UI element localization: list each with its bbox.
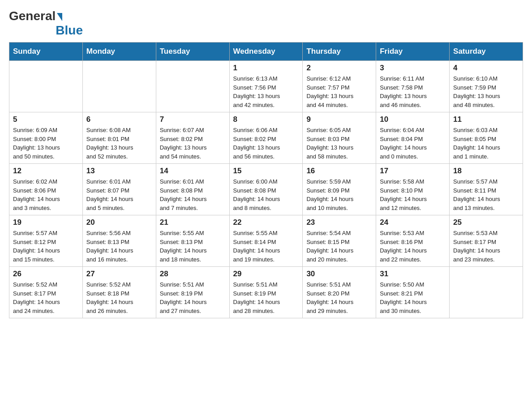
day-of-week-header: Saturday <box>450 43 523 61</box>
calendar-cell <box>9 61 83 112</box>
calendar-table: SundayMondayTuesdayWednesdayThursdayFrid… <box>9 42 523 318</box>
calendar-cell: 25Sunrise: 5:53 AM Sunset: 8:17 PM Dayli… <box>450 215 523 267</box>
calendar-cell: 16Sunrise: 5:59 AM Sunset: 8:09 PM Dayli… <box>303 164 376 215</box>
day-number: 13 <box>86 167 152 176</box>
day-info: Sunrise: 5:53 AM Sunset: 8:16 PM Dayligh… <box>380 229 446 264</box>
day-info: Sunrise: 6:00 AM Sunset: 8:08 PM Dayligh… <box>233 177 299 212</box>
day-number: 23 <box>306 218 372 227</box>
page-header: General General Blue <box>9 9 523 38</box>
calendar-cell: 20Sunrise: 5:56 AM Sunset: 8:13 PM Dayli… <box>82 215 156 267</box>
day-number: 31 <box>380 270 446 278</box>
day-info: Sunrise: 5:55 AM Sunset: 8:14 PM Dayligh… <box>233 229 299 264</box>
calendar-cell: 26Sunrise: 5:52 AM Sunset: 8:17 PM Dayli… <box>9 267 83 318</box>
calendar-cell: 10Sunrise: 6:04 AM Sunset: 8:04 PM Dayli… <box>376 112 450 164</box>
day-number: 24 <box>380 218 446 227</box>
day-of-week-header: Thursday <box>303 43 376 61</box>
calendar-cell: 1Sunrise: 6:13 AM Sunset: 7:56 PM Daylig… <box>229 61 303 112</box>
calendar-cell: 5Sunrise: 6:09 AM Sunset: 8:00 PM Daylig… <box>9 112 83 164</box>
day-number: 4 <box>453 64 519 73</box>
logo: General General Blue <box>9 9 83 38</box>
day-info: Sunrise: 5:51 AM Sunset: 8:19 PM Dayligh… <box>160 280 226 315</box>
day-info: Sunrise: 5:51 AM Sunset: 8:20 PM Dayligh… <box>306 280 372 315</box>
calendar-cell: 14Sunrise: 6:01 AM Sunset: 8:08 PM Dayli… <box>156 164 229 215</box>
day-of-week-header: Wednesday <box>229 43 303 61</box>
calendar-cell: 19Sunrise: 5:57 AM Sunset: 8:12 PM Dayli… <box>9 215 83 267</box>
calendar-cell: 8Sunrise: 6:06 AM Sunset: 8:02 PM Daylig… <box>229 112 303 164</box>
day-number: 6 <box>86 115 152 124</box>
calendar-cell: 9Sunrise: 6:05 AM Sunset: 8:03 PM Daylig… <box>303 112 376 164</box>
day-info: Sunrise: 5:52 AM Sunset: 8:18 PM Dayligh… <box>86 280 152 315</box>
day-info: Sunrise: 6:01 AM Sunset: 8:08 PM Dayligh… <box>160 177 226 212</box>
calendar-cell: 3Sunrise: 6:11 AM Sunset: 7:58 PM Daylig… <box>376 61 450 112</box>
logo-arrow-icon <box>57 13 62 21</box>
day-info: Sunrise: 6:11 AM Sunset: 7:58 PM Dayligh… <box>380 74 446 109</box>
day-number: 21 <box>160 218 226 227</box>
day-number: 25 <box>453 218 519 227</box>
day-info: Sunrise: 5:58 AM Sunset: 8:10 PM Dayligh… <box>380 177 446 212</box>
calendar-week-row: 19Sunrise: 5:57 AM Sunset: 8:12 PM Dayli… <box>9 215 523 267</box>
day-info: Sunrise: 6:02 AM Sunset: 8:06 PM Dayligh… <box>13 177 79 212</box>
day-info: Sunrise: 6:03 AM Sunset: 8:05 PM Dayligh… <box>453 126 519 161</box>
day-number: 18 <box>453 167 519 176</box>
day-number: 1 <box>233 64 299 73</box>
day-number: 15 <box>233 167 299 176</box>
day-info: Sunrise: 6:06 AM Sunset: 8:02 PM Dayligh… <box>233 126 299 161</box>
day-info: Sunrise: 5:53 AM Sunset: 8:17 PM Dayligh… <box>453 229 519 264</box>
calendar-cell: 11Sunrise: 6:03 AM Sunset: 8:05 PM Dayli… <box>450 112 523 164</box>
calendar-week-row: 26Sunrise: 5:52 AM Sunset: 8:17 PM Dayli… <box>9 267 523 318</box>
calendar-cell: 2Sunrise: 6:12 AM Sunset: 7:57 PM Daylig… <box>303 61 376 112</box>
day-info: Sunrise: 6:08 AM Sunset: 8:01 PM Dayligh… <box>86 126 152 161</box>
calendar-cell: 24Sunrise: 5:53 AM Sunset: 8:16 PM Dayli… <box>376 215 450 267</box>
calendar-cell: 13Sunrise: 6:01 AM Sunset: 8:07 PM Dayli… <box>82 164 156 215</box>
day-info: Sunrise: 6:12 AM Sunset: 7:57 PM Dayligh… <box>306 74 372 109</box>
day-info: Sunrise: 5:59 AM Sunset: 8:09 PM Dayligh… <box>306 177 372 212</box>
day-number: 17 <box>380 167 446 176</box>
calendar-header-row: SundayMondayTuesdayWednesdayThursdayFrid… <box>9 43 523 61</box>
day-info: Sunrise: 6:04 AM Sunset: 8:04 PM Dayligh… <box>380 126 446 161</box>
day-info: Sunrise: 6:13 AM Sunset: 7:56 PM Dayligh… <box>233 74 299 109</box>
day-number: 22 <box>233 218 299 227</box>
day-number: 16 <box>306 167 372 176</box>
day-number: 9 <box>306 115 372 124</box>
calendar-cell <box>156 61 229 112</box>
calendar-cell <box>82 61 156 112</box>
day-number: 8 <box>233 115 299 124</box>
day-number: 28 <box>160 270 226 278</box>
day-number: 11 <box>453 115 519 124</box>
calendar-cell: 6Sunrise: 6:08 AM Sunset: 8:01 PM Daylig… <box>82 112 156 164</box>
calendar-cell: 29Sunrise: 5:51 AM Sunset: 8:19 PM Dayli… <box>229 267 303 318</box>
logo-general-text: General <box>9 9 56 23</box>
day-number: 7 <box>160 115 226 124</box>
day-number: 20 <box>86 218 152 227</box>
day-number: 29 <box>233 270 299 278</box>
day-of-week-header: Friday <box>376 43 450 61</box>
day-number: 3 <box>380 64 446 73</box>
day-of-week-header: Tuesday <box>156 43 229 61</box>
calendar-cell: 7Sunrise: 6:07 AM Sunset: 8:02 PM Daylig… <box>156 112 229 164</box>
day-number: 10 <box>380 115 446 124</box>
day-info: Sunrise: 6:05 AM Sunset: 8:03 PM Dayligh… <box>306 126 372 161</box>
calendar-cell: 27Sunrise: 5:52 AM Sunset: 8:18 PM Dayli… <box>82 267 156 318</box>
day-info: Sunrise: 5:56 AM Sunset: 8:13 PM Dayligh… <box>86 229 152 264</box>
calendar-cell: 21Sunrise: 5:55 AM Sunset: 8:13 PM Dayli… <box>156 215 229 267</box>
calendar-cell: 17Sunrise: 5:58 AM Sunset: 8:10 PM Dayli… <box>376 164 450 215</box>
calendar-week-row: 1Sunrise: 6:13 AM Sunset: 7:56 PM Daylig… <box>9 61 523 112</box>
day-number: 19 <box>13 218 79 227</box>
day-info: Sunrise: 5:55 AM Sunset: 8:13 PM Dayligh… <box>160 229 226 264</box>
calendar-cell: 22Sunrise: 5:55 AM Sunset: 8:14 PM Dayli… <box>229 215 303 267</box>
day-of-week-header: Sunday <box>9 43 83 61</box>
calendar-week-row: 12Sunrise: 6:02 AM Sunset: 8:06 PM Dayli… <box>9 164 523 215</box>
day-number: 30 <box>306 270 372 278</box>
day-number: 5 <box>13 115 79 124</box>
day-info: Sunrise: 6:10 AM Sunset: 7:59 PM Dayligh… <box>453 74 519 109</box>
day-info: Sunrise: 6:07 AM Sunset: 8:02 PM Dayligh… <box>160 126 226 161</box>
calendar-week-row: 5Sunrise: 6:09 AM Sunset: 8:00 PM Daylig… <box>9 112 523 164</box>
calendar-cell: 23Sunrise: 5:54 AM Sunset: 8:15 PM Dayli… <box>303 215 376 267</box>
day-info: Sunrise: 5:57 AM Sunset: 8:11 PM Dayligh… <box>453 177 519 212</box>
calendar-cell: 30Sunrise: 5:51 AM Sunset: 8:20 PM Dayli… <box>303 267 376 318</box>
calendar-cell: 4Sunrise: 6:10 AM Sunset: 7:59 PM Daylig… <box>450 61 523 112</box>
day-info: Sunrise: 5:51 AM Sunset: 8:19 PM Dayligh… <box>233 280 299 315</box>
day-number: 2 <box>306 64 372 73</box>
logo-blue-text: Blue <box>56 23 83 38</box>
calendar-cell <box>450 267 523 318</box>
